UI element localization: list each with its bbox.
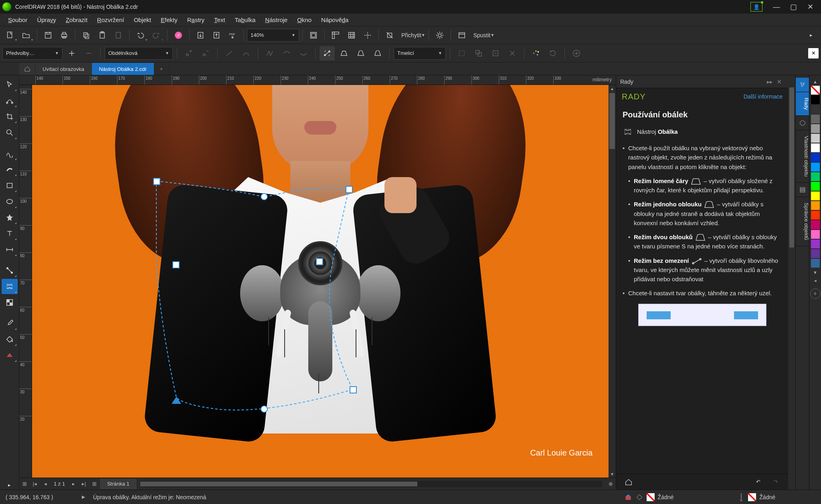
tool-shape[interactable]: [2, 93, 18, 108]
tool-text[interactable]: [2, 226, 18, 241]
print-button[interactable]: [57, 28, 72, 42]
page-next[interactable]: ▸: [68, 479, 79, 489]
show-rulers-button[interactable]: [328, 28, 343, 42]
tool-rectangle[interactable]: [2, 178, 18, 193]
color-swatch[interactable]: [811, 163, 820, 171]
docker-tab-object-manager[interactable]: Správce objektů: [796, 197, 809, 246]
tab-welcome[interactable]: Uvítací obrazovka: [35, 63, 92, 75]
import-button[interactable]: [193, 28, 208, 42]
tool-dimension[interactable]: [2, 242, 18, 257]
color-swatch[interactable]: [811, 240, 820, 248]
menu-zobrazit[interactable]: Zobrazit: [62, 15, 91, 25]
color-swatch[interactable]: [811, 220, 820, 229]
docker-collapse-button[interactable]: ▸▸: [765, 79, 774, 85]
fill-indicator[interactable]: Žádné: [624, 493, 674, 501]
page-tab[interactable]: Stránka 1: [99, 479, 137, 489]
docker-close-button[interactable]: ✕: [774, 79, 784, 85]
tool-polygon[interactable]: [2, 210, 18, 225]
menu-efekty[interactable]: Efekty: [157, 15, 182, 25]
envelope-presets-dropdown[interactable]: Předvolby…▼: [2, 47, 63, 60]
envelope-node[interactable]: [316, 258, 323, 265]
unconstrained-mode-button[interactable]: [320, 46, 335, 60]
color-swatch[interactable]: [811, 211, 820, 220]
color-swatch[interactable]: [811, 95, 820, 104]
tab-home-icon[interactable]: [19, 63, 35, 75]
docker-tab-hints-icon[interactable]: ?: [796, 78, 809, 92]
docker-scrollbar[interactable]: [788, 75, 795, 490]
tool-connector[interactable]: [2, 263, 18, 278]
color-swatch[interactable]: [811, 172, 820, 181]
zoom-fit-button[interactable]: ⊕: [605, 479, 616, 489]
minimize-button[interactable]: —: [768, 0, 785, 14]
page-first[interactable]: |◂: [30, 479, 40, 489]
options-button[interactable]: [432, 28, 447, 42]
toolbar-overflow-button[interactable]: ▸: [803, 28, 819, 42]
tool-eyedropper[interactable]: [2, 316, 18, 331]
paste-button[interactable]: [95, 28, 110, 42]
color-swatch[interactable]: [811, 249, 820, 258]
more-info-link[interactable]: Další informace: [744, 93, 783, 100]
outline-indicator[interactable]: Žádné: [738, 492, 775, 502]
close-button[interactable]: ✕: [802, 0, 819, 14]
toolbox-expand-button[interactable]: ▸: [2, 480, 18, 490]
menu-text[interactable]: Text: [210, 15, 229, 25]
export-button[interactable]: [209, 28, 224, 42]
color-swatch[interactable]: [811, 143, 820, 152]
launcher-icon[interactable]: [454, 28, 469, 42]
envelope-node[interactable]: [172, 392, 181, 404]
page-add-before[interactable]: ⊞: [19, 479, 30, 489]
tool-crop[interactable]: [2, 109, 18, 124]
tool-envelope[interactable]: [2, 279, 18, 294]
color-swatch[interactable]: [811, 201, 820, 210]
fullscreen-preview-button[interactable]: [306, 28, 321, 42]
tool-freehand[interactable]: [2, 146, 18, 161]
sign-in-button[interactable]: 👤: [750, 2, 762, 12]
snap-label[interactable]: Přichytit: [398, 32, 425, 38]
horizontal-scrollbar[interactable]: [140, 481, 602, 487]
canvas-viewport[interactable]: Carl Louie Garcia: [32, 85, 616, 478]
docker-tab-object-properties[interactable]: Vlastnosti objektu: [796, 130, 809, 183]
menu-rozvrzeni[interactable]: Rozvržení: [93, 15, 128, 25]
color-swatch[interactable]: [811, 115, 820, 123]
docker-tab-hints[interactable]: Rady: [796, 92, 809, 116]
tab-add-button[interactable]: ＋: [154, 63, 169, 75]
tool-fill[interactable]: [2, 332, 18, 347]
envelope-node[interactable]: [346, 186, 353, 193]
menu-nastroje[interactable]: Nástroje: [261, 15, 291, 25]
hints-home-button[interactable]: [621, 475, 636, 489]
node-selection-dropdown[interactable]: Obdélníková▼: [105, 47, 173, 60]
tool-zoom[interactable]: [2, 125, 18, 140]
undo-button[interactable]: ▾: [133, 28, 148, 42]
envelope-node[interactable]: [261, 193, 268, 200]
save-button[interactable]: [40, 28, 56, 42]
double-arc-mode-button[interactable]: [370, 46, 385, 60]
tool-pick[interactable]: [2, 77, 18, 92]
menu-soubor[interactable]: Soubor: [4, 15, 31, 25]
copy-button[interactable]: [79, 28, 94, 42]
color-swatch[interactable]: [811, 153, 820, 162]
add-preset-button[interactable]: [64, 46, 79, 60]
tool-outline[interactable]: [2, 348, 18, 363]
docker-tab-props-icon[interactable]: [796, 116, 809, 130]
docker-tab-manager-icon[interactable]: [796, 183, 809, 197]
hints-back-button[interactable]: ↶: [750, 475, 766, 489]
tool-artistic-media[interactable]: [2, 162, 18, 177]
palette-no-color[interactable]: [811, 86, 820, 95]
page-add-after[interactable]: ⊞: [89, 479, 99, 489]
single-arc-mode-button[interactable]: [353, 46, 368, 60]
new-document-button[interactable]: ▾: [2, 28, 18, 42]
page-last[interactable]: ▸|: [79, 479, 89, 489]
publish-pdf-button[interactable]: PDF: [225, 28, 240, 42]
snap-off-button[interactable]: [382, 28, 397, 42]
menu-tabulka[interactable]: Tabulka: [231, 15, 260, 25]
color-swatch[interactable]: [811, 124, 820, 133]
palette-scroll-up[interactable]: ▲: [809, 78, 821, 86]
zoom-level-dropdown[interactable]: 140%▼: [247, 29, 299, 42]
color-swatch[interactable]: [811, 230, 820, 239]
palette-add-color[interactable]: +: [810, 288, 821, 299]
color-swatch[interactable]: [811, 192, 820, 200]
open-button[interactable]: ▾: [18, 28, 34, 42]
color-swatch[interactable]: [811, 182, 820, 191]
show-guidelines-button[interactable]: [360, 28, 375, 42]
close-docker-x[interactable]: ✕: [808, 48, 819, 58]
